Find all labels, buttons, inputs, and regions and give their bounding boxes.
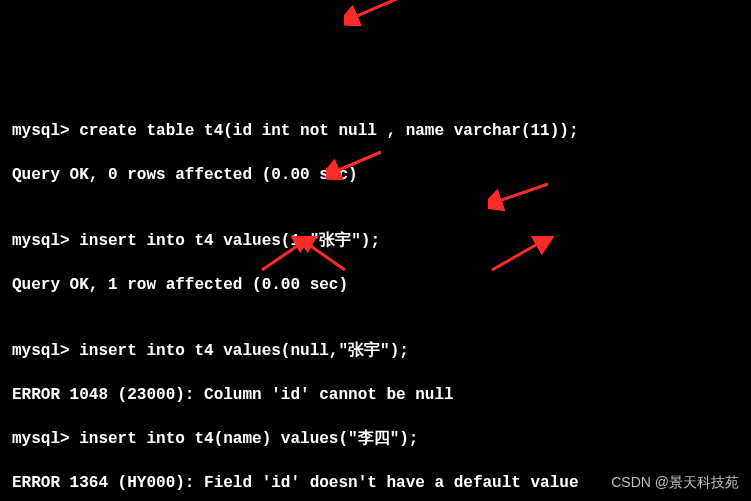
sql-insert-name: mysql> insert into t4(name) values("李四")… — [12, 428, 739, 450]
sql-create-table: mysql> create table t4(id int not null ,… — [12, 120, 739, 142]
sql-insert-null: mysql> insert into t4 values(null,"张宇"); — [12, 340, 739, 362]
sql-insert-1: mysql> insert into t4 values(1,"张宇"); — [12, 230, 739, 252]
terminal-output: mysql> create table t4(id int not null ,… — [0, 88, 751, 501]
error-1048: ERROR 1048 (23000): Column 'id' cannot b… — [12, 384, 739, 406]
result-ok-1row: Query OK, 1 row affected (0.00 sec) — [12, 274, 739, 296]
arrow-not-null-icon — [344, 0, 404, 26]
result-ok-0rows: Query OK, 0 rows affected (0.00 sec) — [12, 164, 739, 186]
svg-line-1 — [352, 0, 399, 18]
watermark: CSDN @景天科技苑 — [611, 471, 739, 493]
